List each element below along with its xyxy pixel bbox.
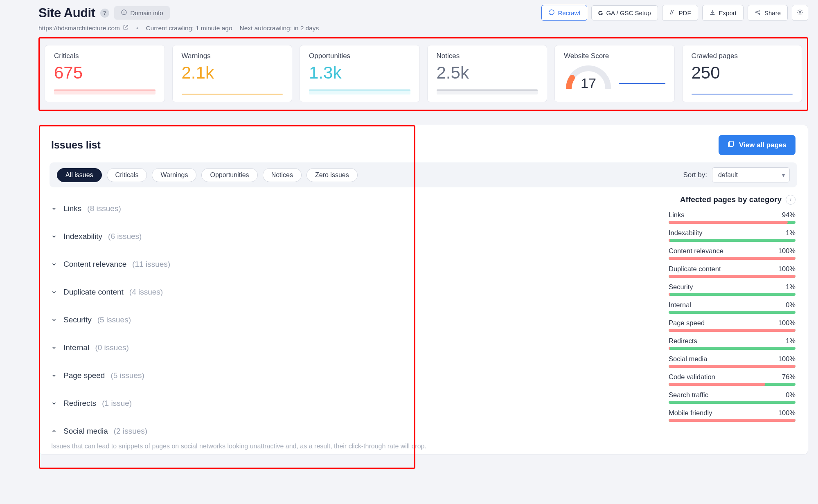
stat-card-warnings[interactable]: Warnings 2.1k	[172, 45, 293, 102]
filter-all-issues[interactable]: All issues	[57, 168, 102, 182]
issue-count: (11 issues)	[132, 260, 170, 269]
affected-pct: 94%	[782, 211, 795, 219]
pages-icon	[728, 140, 735, 150]
help-icon[interactable]: ?	[100, 9, 109, 18]
chevron-down-icon	[51, 373, 58, 378]
chevron-down-icon	[51, 289, 58, 295]
affected-name: Code validation	[669, 373, 715, 381]
recrawl-button[interactable]: Recrawl	[541, 5, 587, 21]
issue-row[interactable]: Duplicate content (4 issues)	[51, 278, 652, 306]
svg-point-2	[124, 11, 124, 11]
gear-icon	[797, 9, 803, 17]
filter-opportunities[interactable]: Opportunities	[201, 168, 257, 182]
affected-bar	[669, 329, 795, 332]
sparkline	[619, 83, 665, 84]
issue-name: Page speed	[63, 371, 105, 380]
issue-row[interactable]: Security (5 issues)	[51, 306, 652, 334]
stat-card-crawled-pages[interactable]: Crawled pages 250	[682, 45, 802, 102]
page-title: Site Audit	[38, 6, 95, 20]
affected-row[interactable]: Redirects1%	[669, 337, 795, 350]
pdf-icon	[669, 9, 676, 17]
issue-count: (6 issues)	[108, 232, 142, 241]
share-icon	[755, 9, 761, 17]
stat-card-notices[interactable]: Notices 2.5k	[427, 45, 548, 102]
affected-row[interactable]: Duplicate content100%	[669, 265, 795, 278]
stat-value: 2.1k	[182, 64, 283, 81]
view-all-label: View all pages	[739, 141, 786, 149]
affected-bar	[669, 311, 795, 314]
export-button[interactable]: Export	[702, 5, 744, 21]
external-link-icon	[122, 24, 129, 32]
issue-count: (5 issues)	[110, 371, 144, 380]
affected-title: Affected pages by category	[669, 195, 782, 204]
affected-row[interactable]: Social media100%	[669, 355, 795, 368]
chevron-down-icon	[51, 234, 58, 239]
issue-row[interactable]: Redirects (1 issue)	[51, 389, 652, 417]
affected-name: Social media	[669, 355, 707, 363]
sparkline	[437, 90, 538, 94]
affected-row[interactable]: Code validation76%	[669, 373, 795, 386]
svg-rect-9	[730, 141, 734, 146]
affected-bar	[669, 347, 795, 350]
issue-name: Indexability	[63, 232, 102, 241]
filter-zero-issues[interactable]: Zero issues	[306, 168, 358, 182]
sparkline	[182, 94, 283, 94]
issue-count: (0 issues)	[95, 343, 128, 352]
affected-row[interactable]: Internal0%	[669, 301, 795, 314]
issue-row[interactable]: Indexability (6 issues)	[51, 223, 652, 250]
view-all-pages-button[interactable]: View all pages	[719, 135, 795, 155]
issue-row[interactable]: Social media (2 issues)	[51, 417, 652, 445]
affected-row[interactable]: Mobile friendly100%	[669, 409, 795, 422]
chevron-down-icon	[51, 317, 58, 323]
sort-select[interactable]: default	[712, 167, 790, 182]
stat-value: 250	[692, 64, 793, 81]
issue-count: (8 issues)	[87, 204, 121, 213]
stat-label: Opportunities	[309, 52, 410, 60]
domain-info-button[interactable]: Domain info	[114, 6, 170, 20]
affected-row[interactable]: Page speed100%	[669, 319, 795, 332]
sparkline	[692, 94, 793, 94]
stat-value: 1.3k	[309, 64, 410, 81]
affected-row[interactable]: Search traffic0%	[669, 391, 795, 404]
sparkline	[309, 90, 410, 94]
issues-list: Links (8 issues)Indexability (6 issues)C…	[51, 195, 652, 445]
stat-card-opportunities[interactable]: Opportunities 1.3k	[300, 45, 420, 102]
affected-pct: 1%	[786, 283, 795, 291]
domain-info-label: Domain info	[131, 9, 163, 16]
affected-row[interactable]: Content relevance100%	[669, 247, 795, 260]
site-url-link[interactable]: https://bdsmarchitecture.com	[38, 24, 129, 32]
share-button[interactable]: Share	[748, 5, 788, 21]
svg-line-7	[757, 13, 759, 14]
stat-card-website-score[interactable]: Website Score 17	[554, 45, 675, 102]
pdf-button[interactable]: PDF	[662, 5, 698, 21]
stat-value: 2.5k	[437, 64, 538, 81]
affected-name: Duplicate content	[669, 265, 721, 273]
issue-row[interactable]: Links (8 issues)	[51, 195, 652, 223]
current-crawl-text: Current crawling: 1 minute ago	[146, 25, 232, 32]
issue-row[interactable]: Content relevance (11 issues)	[51, 250, 652, 278]
ga-gsc-setup-button[interactable]: G GA / GSC Setup	[591, 5, 658, 20]
chevron-down-icon	[51, 400, 58, 406]
issue-row[interactable]: Internal (0 issues)	[51, 334, 652, 362]
export-label: Export	[719, 9, 737, 16]
filter-bar: All issues Criticals Warnings Opportunit…	[50, 162, 797, 187]
issue-row[interactable]: Page speed (5 issues)	[51, 362, 652, 389]
share-label: Share	[764, 9, 781, 16]
download-icon	[709, 9, 716, 17]
affected-row[interactable]: Links94%	[669, 211, 795, 224]
page-header: Site Audit ? Domain info Recrawl G GA / …	[38, 5, 808, 21]
settings-button[interactable]	[792, 5, 808, 21]
stat-card-criticals[interactable]: Criticals 675	[45, 45, 165, 102]
affected-name: Security	[669, 283, 693, 291]
svg-point-4	[759, 10, 760, 11]
affected-pct: 100%	[778, 409, 795, 417]
filter-notices[interactable]: Notices	[263, 168, 302, 182]
affected-pct: 100%	[778, 247, 795, 255]
info-icon[interactable]: i	[786, 195, 795, 205]
filter-warnings[interactable]: Warnings	[152, 168, 196, 182]
affected-row[interactable]: Security1%	[669, 283, 795, 296]
issue-count: (2 issues)	[114, 427, 147, 436]
filter-criticals[interactable]: Criticals	[107, 168, 147, 182]
affected-row[interactable]: Indexability1%	[669, 229, 795, 242]
next-crawl-text: Next autocrawling: in 2 days	[240, 25, 319, 32]
